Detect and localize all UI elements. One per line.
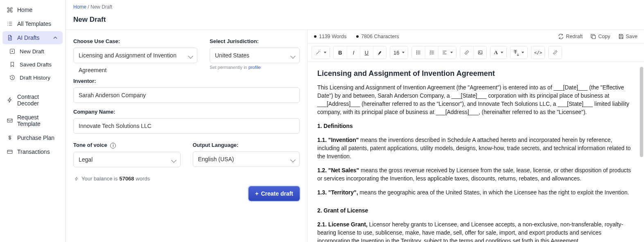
profile-link[interactable]: profile <box>249 65 261 70</box>
doc-intro: This Licensing and Assignment of Inventi… <box>317 84 634 116</box>
bullet-list-button[interactable] <box>412 46 425 59</box>
nav-request-template[interactable]: Request Template <box>2 111 63 130</box>
underline-button[interactable]: U <box>360 46 373 59</box>
save-icon <box>618 33 624 40</box>
bold-button[interactable]: B <box>334 46 347 59</box>
output-lang-label: Output Language: <box>193 142 300 148</box>
use-case-select[interactable]: Licensing and Assignment of Invention Ag… <box>73 48 197 63</box>
nav-purchase-plan[interactable]: Purchase Plan <box>2 131 63 144</box>
list-icon <box>7 21 13 27</box>
numbered-list-button[interactable] <box>425 46 438 59</box>
section-heading: 1. Definitions <box>317 123 353 129</box>
nav-label: Request Template <box>17 114 59 127</box>
svg-rect-1 <box>7 119 12 122</box>
svg-rect-7 <box>478 51 482 54</box>
nav-label: Saved Drafts <box>20 62 52 68</box>
bookmark-icon <box>9 61 16 68</box>
jurisdiction-hint: Set permanently in profile <box>210 65 300 70</box>
font-size-select[interactable]: 16 <box>390 46 408 59</box>
svg-rect-3 <box>592 35 596 39</box>
breadcrumb: Home / New Draft <box>66 0 644 11</box>
italic-button[interactable]: I <box>347 46 360 59</box>
nav-label: Draft History <box>20 75 50 81</box>
nav-home[interactable]: Home <box>2 3 63 16</box>
copy-icon <box>590 33 597 40</box>
document-area[interactable]: Licensing and Assignment of Invention Ag… <box>307 62 644 242</box>
char-count: 7806 Characters <box>361 34 399 39</box>
refresh-icon <box>558 33 564 40</box>
highlight-button[interactable] <box>373 46 386 59</box>
link-button[interactable] <box>460 46 473 59</box>
breadcrumb-home[interactable]: Home <box>73 4 86 10</box>
nav-draft-history[interactable]: Draft History <box>5 71 63 84</box>
history-icon <box>9 74 16 81</box>
font-color-button[interactable]: A <box>490 46 506 59</box>
dot-icon <box>314 35 316 38</box>
create-draft-button[interactable]: + Create draft <box>249 186 300 201</box>
jurisdiction-select[interactable]: United States <box>210 48 300 63</box>
inventor-label: Inventor: <box>73 78 300 84</box>
image-button[interactable] <box>473 46 486 59</box>
magic-wand-button[interactable] <box>312 46 330 59</box>
breadcrumb-current: New Draft <box>90 4 112 10</box>
svg-point-5 <box>417 52 417 53</box>
clear-format-button[interactable]: T× <box>511 46 528 59</box>
editor-toolbar: B I U 16 A T× <box>307 43 644 62</box>
copy-button[interactable]: Copy <box>590 33 610 40</box>
section-heading: 2. Grant of License <box>317 208 368 214</box>
bolt-icon <box>73 176 80 182</box>
editor-panel: 1139 Words 7806 Characters Redraft Copy <box>307 30 644 242</box>
nav-label: Purchase Plan <box>17 135 54 141</box>
svg-point-4 <box>417 51 417 51</box>
plus-square-icon <box>9 48 16 55</box>
jurisdiction-label: Select Jurisdiction: <box>210 38 300 44</box>
form-panel: Choose Use Case: Licensing and Assignmen… <box>66 30 307 242</box>
use-case-label: Choose Use Case: <box>73 38 197 44</box>
nav-saved-drafts[interactable]: Saved Drafts <box>5 58 63 71</box>
nav-contract-decoder[interactable]: Contract Decoder <box>2 90 63 110</box>
nav-all-templates[interactable]: All Templates <box>2 17 63 30</box>
dollar-icon <box>7 135 13 141</box>
command-icon <box>7 7 13 13</box>
editor-stats: 1139 Words 7806 Characters <box>314 34 399 39</box>
code-button[interactable]: </> <box>531 46 545 59</box>
nav-ai-drafts-sub: New Draft Saved Drafts Draft History <box>2 45 63 84</box>
company-label: Company Name: <box>73 109 300 115</box>
chevron-up-icon <box>52 34 59 41</box>
inventor-input[interactable] <box>73 87 300 103</box>
nav-new-draft[interactable]: New Draft <box>5 45 63 57</box>
page-title: New Draft <box>66 11 644 30</box>
balance-text: Your balance is 57068 words <box>73 176 300 182</box>
main: Home / New Draft New Draft Choose Use Ca… <box>66 0 644 242</box>
nav-label: AI Drafts <box>17 34 39 41</box>
word-count: 1139 Words <box>319 34 346 39</box>
dot-icon <box>356 35 359 38</box>
nav-transactions[interactable]: Transactions <box>2 145 63 158</box>
nav-label: Transactions <box>17 148 50 155</box>
eraser-button[interactable] <box>549 46 562 59</box>
nav-label: New Draft <box>20 48 44 55</box>
nav-label: Home <box>17 7 32 13</box>
tone-label: Tone of voice i <box>73 142 181 148</box>
card-icon <box>7 148 13 155</box>
tone-select[interactable]: Legal <box>73 152 181 167</box>
bolt-icon <box>7 97 13 103</box>
doc-title: Licensing and Assignment of Invention Ag… <box>317 69 634 78</box>
nav-label: Contract Decoder <box>17 94 59 107</box>
company-input[interactable] <box>73 118 300 134</box>
svg-point-6 <box>417 54 417 54</box>
document-icon <box>7 34 13 41</box>
output-lang-select[interactable]: English (USA) <box>193 151 300 167</box>
nav-label: All Templates <box>17 21 51 27</box>
info-icon[interactable]: i <box>110 143 116 148</box>
sidebar: Home All Templates AI Drafts New Draft S… <box>0 0 66 242</box>
save-button[interactable]: Save <box>618 33 638 40</box>
svg-rect-2 <box>7 150 12 153</box>
align-button[interactable] <box>438 46 456 59</box>
nav-ai-drafts[interactable]: AI Drafts <box>2 31 63 44</box>
mail-icon <box>7 117 13 124</box>
redraft-button[interactable]: Redraft <box>558 33 583 40</box>
plus-icon: + <box>255 190 258 197</box>
scrollbar[interactable] <box>640 67 643 157</box>
